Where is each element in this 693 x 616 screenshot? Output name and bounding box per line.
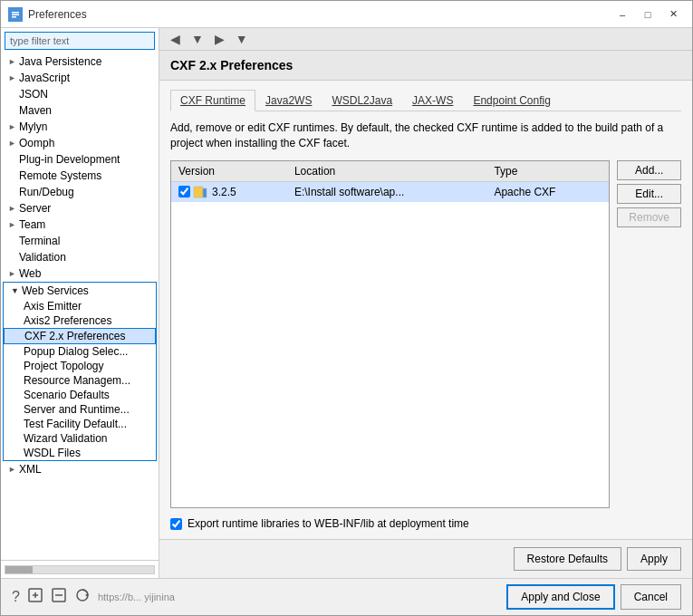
maximize-button[interactable]: □ <box>636 5 659 24</box>
tab-jax-ws[interactable]: JAX-WS <box>402 90 463 111</box>
col-type: Type <box>486 161 609 182</box>
sidebar-item-server-runtime[interactable]: Server and Runtime... <box>4 402 156 417</box>
row-icon <box>193 185 207 199</box>
forward-dropdown[interactable]: ▼ <box>188 30 207 48</box>
runtime-checkbox[interactable] <box>178 186 190 197</box>
help-icon[interactable]: ? <box>12 589 20 605</box>
svg-rect-5 <box>203 188 207 197</box>
add-button[interactable]: Add... <box>617 160 681 180</box>
title-bar: Preferences – □ ✕ <box>1 1 692 28</box>
sidebar-item-maven[interactable]: Maven <box>1 102 159 119</box>
type-value: Apache CXF <box>486 181 609 202</box>
sidebar-item-team[interactable]: ► Team <box>1 217 159 233</box>
tabs-bar: CXF Runtime Java2WS WSDL2Java JAX-WS End… <box>170 90 681 111</box>
main-content: ► Java Persistence ► JavaScript JSON Mav… <box>1 28 692 578</box>
back-button[interactable]: ◀ <box>167 30 184 48</box>
svg-rect-3 <box>12 16 16 18</box>
edit-button[interactable]: Edit... <box>617 184 681 204</box>
remove-button[interactable]: Remove <box>617 207 681 227</box>
expand-arrow: ► <box>8 220 19 229</box>
col-version: Version <box>171 161 287 182</box>
export2-icon[interactable] <box>51 587 67 607</box>
content-area: ◀ ▼ ▶ ▼ CXF 2.x Preferences CXF Runtime … <box>159 28 692 578</box>
sidebar-scrollbar-area <box>1 560 159 578</box>
restore-defaults-button[interactable]: Restore Defaults <box>514 547 621 571</box>
runtime-table: Version Location Type <box>171 161 609 202</box>
preferences-window: Preferences – □ ✕ ► Java Persistence ► J… <box>0 0 693 616</box>
sidebar-item-resource-mgmt[interactable]: Resource Managem... <box>4 373 156 388</box>
sidebar-item-label: Run/Debug <box>19 186 74 198</box>
sidebar-item-javascript[interactable]: ► JavaScript <box>1 70 159 86</box>
sidebar-item-label: Mylyn <box>19 120 47 133</box>
sidebar-item-server[interactable]: ► Server <box>1 200 159 217</box>
tab-java2ws[interactable]: Java2WS <box>255 90 322 111</box>
forward-button[interactable]: ▶ <box>211 30 228 48</box>
expand-arrow: ► <box>8 204 19 213</box>
content-body: CXF Runtime Java2WS WSDL2Java JAX-WS End… <box>159 81 692 539</box>
refresh-icon[interactable] <box>74 587 91 607</box>
sidebar-item-popup-dialog[interactable]: Popup Dialog Selec... <box>4 344 156 359</box>
sidebar-item-axis2-pref[interactable]: Axis2 Preferences <box>4 313 156 328</box>
version-cell: 3.2.5 <box>178 185 280 199</box>
sidebar-item-cxf-pref[interactable]: CXF 2.x Preferences <box>4 328 156 344</box>
sidebar-item-run-debug[interactable]: Run/Debug <box>1 184 159 200</box>
export-label: Export runtime libraries to WEB-INF/lib … <box>188 517 469 530</box>
tab-wsdl2java[interactable]: WSDL2Java <box>322 90 402 111</box>
tree-area: ► Java Persistence ► JavaScript JSON Mav… <box>1 53 159 560</box>
window-icon <box>8 7 23 22</box>
footer-bar: ? https://b... <box>1 578 692 615</box>
sidebar-item-label: Validation <box>19 251 66 264</box>
minimize-button[interactable]: – <box>611 5 634 24</box>
tab-cxf-runtime[interactable]: CXF Runtime <box>170 90 255 111</box>
table-buttons: Add... Edit... Remove <box>617 160 681 508</box>
sidebar-item-web-services[interactable]: ▼ Web Services <box>4 283 156 299</box>
sidebar-item-xml[interactable]: ► XML <box>1 461 159 477</box>
sidebar-item-project-topology[interactable]: Project Topology <box>4 359 156 373</box>
sidebar: ► Java Persistence ► JavaScript JSON Mav… <box>1 28 159 578</box>
expand-arrow: ► <box>8 122 19 131</box>
sidebar-item-terminal[interactable]: Terminal <box>1 233 159 249</box>
svg-rect-4 <box>194 187 203 197</box>
web-services-group: ▼ Web Services Axis Emitter Axis2 Prefer… <box>3 282 157 461</box>
sidebar-item-java-persistence[interactable]: ► Java Persistence <box>1 53 159 70</box>
sidebar-item-label: Team <box>19 218 45 231</box>
footer-left: ? https://b... <box>12 587 175 607</box>
export-checkbox[interactable] <box>170 518 182 530</box>
apply-and-close-button[interactable]: Apply and Close <box>506 584 614 610</box>
title-text: Preferences <box>28 8 611 21</box>
sidebar-item-web[interactable]: ► Web <box>1 265 159 282</box>
sidebar-item-label: JavaScript <box>19 72 70 84</box>
sidebar-item-wizard-validation[interactable]: Wizard Validation <box>4 431 156 446</box>
cancel-button[interactable]: Cancel <box>621 584 681 610</box>
window-controls: – □ ✕ <box>611 5 685 24</box>
apply-button[interactable]: Apply <box>627 547 681 571</box>
close-button[interactable]: ✕ <box>661 5 685 24</box>
sidebar-item-mylyn[interactable]: ► Mylyn <box>1 119 159 135</box>
forward-dropdown2[interactable]: ▼ <box>232 30 252 48</box>
svg-rect-1 <box>12 12 19 14</box>
search-input[interactable] <box>5 32 155 50</box>
expand-arrow: ► <box>8 269 19 278</box>
sidebar-item-json[interactable]: JSON <box>1 86 159 102</box>
sidebar-item-label: Web <box>19 267 41 280</box>
expand-arrow: ► <box>8 139 19 148</box>
table-row[interactable]: 3.2.5 E:\Install software\ap... Apache C… <box>171 181 609 202</box>
export1-icon[interactable] <box>27 587 43 607</box>
sidebar-item-validation[interactable]: Validation <box>1 249 159 265</box>
sidebar-item-label: Java Persistence <box>19 55 101 68</box>
footer-url: https://b... yijinina <box>98 592 175 602</box>
sidebar-item-remote-systems[interactable]: Remote Systems <box>1 168 159 184</box>
sidebar-item-test-facility[interactable]: Test Facility Default... <box>4 417 156 431</box>
sidebar-item-wsdl-files[interactable]: WSDL Files <box>4 446 156 460</box>
runtime-table-area: Version Location Type <box>170 160 681 508</box>
sidebar-item-label: Remote Systems <box>19 169 101 182</box>
version-value: 3.2.5 <box>212 186 236 198</box>
col-location: Location <box>287 161 487 182</box>
expand-arrow: ► <box>8 57 19 66</box>
tab-endpoint-config[interactable]: Endpoint Config <box>463 90 560 111</box>
sidebar-item-oomph[interactable]: ► Oomph <box>1 135 159 151</box>
content-header: CXF 2.x Preferences <box>159 51 692 81</box>
sidebar-item-axis-emitter[interactable]: Axis Emitter <box>4 299 156 313</box>
sidebar-item-scenario-defaults[interactable]: Scenario Defaults <box>4 388 156 402</box>
sidebar-item-plugin-dev[interactable]: Plug-in Development <box>1 151 159 168</box>
